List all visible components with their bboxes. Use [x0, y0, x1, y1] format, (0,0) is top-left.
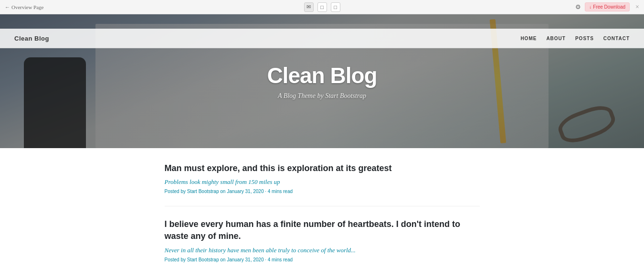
site-nav: Clean Blog Home About Posts Contact: [0, 29, 644, 48]
post-entry-2: I believe every human has a finite numbe…: [165, 218, 480, 274]
nav-home[interactable]: Home: [520, 36, 537, 41]
post-date-2: January 31, 2020: [227, 257, 264, 262]
post-meta-prefix-1: Posted by: [165, 189, 187, 194]
post-author-1: Start Bootstrap: [187, 189, 219, 194]
free-download-button[interactable]: Free Download: [585, 2, 630, 11]
post-meta-on-2: on: [220, 257, 227, 262]
post-title-1[interactable]: Man must explore, and this is exploratio…: [165, 162, 480, 174]
close-icon[interactable]: ×: [635, 3, 639, 11]
post-meta-prefix-2: Posted by: [165, 257, 187, 262]
hero-title: Clean Blog: [267, 63, 377, 88]
toolbar: Overview Page ✉ □ □ ⚙ Free Download ×: [0, 0, 644, 14]
post-subtitle-1: Problems look mighty small from 150 mile…: [165, 178, 480, 186]
toolbar-right: ⚙ Free Download ×: [575, 2, 639, 11]
post-subtitle-2: Never in all their history have men been…: [165, 247, 480, 254]
toolbar-left: Overview Page: [5, 4, 44, 10]
nav-about[interactable]: About: [546, 36, 566, 41]
post-author-2: Start Bootstrap: [187, 257, 219, 262]
post-meta-on-1: on: [220, 189, 227, 194]
post-read-time-1: 4 mins read: [268, 189, 293, 194]
toolbar-center: ✉ □ □: [304, 2, 340, 12]
site-brand: Clean Blog: [14, 35, 49, 42]
hero-section: Clean Blog Home About Posts Contact Clea…: [0, 14, 644, 148]
post-meta-2: Posted by Start Bootstrap on January 31,…: [165, 257, 480, 262]
message-icon-button[interactable]: ✉: [304, 2, 314, 12]
post-meta-1: Posted by Start Bootstrap on January 31,…: [165, 189, 480, 194]
nav-posts[interactable]: Posts: [575, 36, 594, 41]
square2-icon-button[interactable]: □: [331, 2, 340, 12]
nav-contact[interactable]: Contact: [603, 36, 630, 41]
square1-icon-button[interactable]: □: [317, 2, 327, 12]
post-read-time-2: 4 mins read: [268, 257, 293, 262]
post-date-1: January 31, 2020: [227, 189, 264, 194]
post-title-2[interactable]: I believe every human has a finite numbe…: [165, 218, 480, 242]
site-nav-links: Home About Posts Contact: [520, 34, 630, 42]
gear-icon[interactable]: ⚙: [575, 3, 581, 11]
overview-page-link[interactable]: Overview Page: [5, 4, 44, 10]
main-content: Man must explore, and this is exploratio…: [155, 148, 489, 280]
hero-subtitle: A Blog Theme by Start Bootstrap: [278, 92, 366, 100]
post-entry-1: Man must explore, and this is exploratio…: [165, 162, 480, 206]
